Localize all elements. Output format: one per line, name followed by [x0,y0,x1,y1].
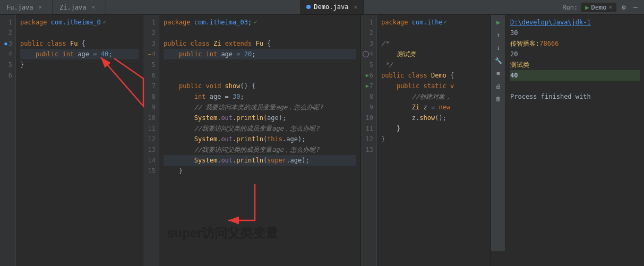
tab-fu[interactable]: Fu.java × [0,0,53,14]
run-wrench-icon[interactable]: 🔧 [493,55,504,66]
fu-code-content[interactable]: package com.itheima_0 ✓ public class Fu … [16,15,143,266]
run-label: Run: [562,4,578,11]
demo-class-name: Demo [431,70,446,81]
zi-ln-3: 3 [143,38,159,49]
fu-line-6 [20,70,139,81]
fu-ln-3: ●3 [0,38,15,49]
fu-ln-2: 2 [0,28,15,38]
demo-line-6: public class Demo { [381,70,486,81]
run-print-icon[interactable]: 🖨 [493,81,504,91]
zi-ln-6: 6 [143,70,159,81]
fu-editor-panel: 1 2 ●3 4 5 6 package com.itheima_0 ✓ [0,15,143,266]
run-out-20: 20 [510,50,518,58]
fu-ln-6: 6 [0,70,15,81]
zi-line-4: public int age = 20; [164,49,356,59]
run-down-icon[interactable]: ↓ [493,42,504,53]
run-tab-demo[interactable]: ▶ Demo × [581,3,616,12]
demo-line-5: */ [381,59,486,70]
demo-ln-2: 2 [361,28,376,38]
demo-line-8: //创建对象， [381,91,486,102]
zi-checkmark: ✓ [254,17,257,28]
zi-ln-12: 12 [143,134,159,144]
zi-ln-13: 13 [143,144,159,155]
main-layout: 1 2 ●3 4 5 6 package com.itheima_0 ✓ [0,15,644,266]
demo-ln-11: 11 [361,123,376,134]
tab-zi[interactable]: Zi.java × [53,0,106,14]
fu-code-area[interactable]: 1 2 ●3 4 5 6 package com.itheima_0 ✓ [0,15,143,266]
fu-line-numbers: 1 2 ●3 4 5 6 [0,15,16,266]
run-out-number: 78666 [539,40,559,47]
run-output-line-2: 30 [510,28,640,38]
zi-ln-4: ←4 [143,49,159,59]
minimize-icon[interactable]: — [631,3,640,12]
demo-line-numbers: 1 2 3 4 5 ▶6 ▶7 8 9 10 11 [361,15,377,266]
settings-icon[interactable]: ⚙ [620,3,628,12]
demo-tab-close[interactable]: × [354,4,357,11]
zi-line-3: public class Zi extends Fu { [164,38,356,49]
run-out-40: 40 [510,72,518,79]
demo-line-4: 测试类 [381,49,486,59]
demo-code-content[interactable]: package com.ithe ✓ /* 测试类 */ public [377,15,491,266]
demo-ln-7: ▶7 [361,81,376,91]
run-trash-icon[interactable]: 🗑 [493,93,504,104]
demo-code-area[interactable]: 1 2 3 4 5 ▶6 ▶7 8 9 10 11 [361,15,491,266]
fu-checkmark: ✓ [103,17,107,28]
zi-ln-10: 10 [143,113,159,123]
zi-line-5 [164,59,356,70]
run-tab-name: Demo [591,4,606,11]
zi-tab-close[interactable]: × [92,4,96,11]
demo-ln-8: 8 [361,91,376,102]
demo-editor-panel: 1 2 3 4 5 ▶6 ▶7 8 9 10 11 [361,15,491,266]
run-sidebar: ▶ ↑ ↓ 🔧 ≡ 🖨 🗑 [491,15,506,251]
demo-ln-9: 9 [361,102,376,113]
zi-line-10: System.out.println(age); [164,113,356,123]
run-panel: ▶ ↑ ↓ 🔧 ≡ 🖨 🗑 D:\develop\Java\jdk-1 30 [491,15,644,266]
fu-debug-marker: ● [4,38,7,49]
zi-ln-9: 9 [143,102,159,113]
run-output-line-6: 40 [510,70,640,81]
run-play-sidebar-icon[interactable]: ▶ [493,17,504,28]
zi-ln-7: 7 [143,81,159,91]
demo-tab-label: Demo.java [314,3,348,11]
run-output-line-7 [510,81,640,91]
run-tab-close[interactable]: × [608,4,612,11]
run-output-line-1: D:\develop\Java\jdk-1 [510,17,640,28]
run-path: D:\develop\Java\jdk-1 [510,19,591,26]
tab-bar: Fu.java × Zi.java × Demo.java × Run: ▶ D… [0,0,644,15]
run-up-icon[interactable]: ↑ [493,30,504,40]
demo-line-1: package com.ithe ✓ [381,17,486,28]
demo-line-2 [381,28,486,38]
zi-line-11: //我要访问父类的成员变量age，怎么办呢? [164,123,356,134]
zi-line-8: int age = 30; [164,91,356,102]
zi-line-2 [164,28,356,38]
demo-ln-3: 3 [361,38,376,49]
fu-tab-close[interactable]: × [39,4,42,11]
run-output-area: D:\develop\Java\jdk-1 30 传智播客:78666 20 测… [506,15,644,251]
zi-ln-5: 5 [143,59,159,70]
demo-run-7: ▶ [366,81,369,91]
fu-tab-label: Fu.java [6,4,33,11]
demo-checkmark: ✓ [444,17,448,28]
run-play-icon: ▶ [585,4,589,11]
demo-ln-10: 10 [361,113,376,123]
demo-ln-5: 5 [361,59,376,70]
zi-line-9: // 我要访问本类的成员变量age，怎么办呢? [164,102,356,113]
zi-ln-8: 8 [143,91,159,102]
zi-line-14: System.out.println(super.age); [164,155,356,166]
fu-ln-1: 1 [0,17,15,28]
super-annotation-text: super访问父类变量 [167,225,278,242]
run-output-line-4: 20 [510,49,640,59]
demo-run-6: ▶ [366,70,369,81]
run-panel-header: Run: ▶ Demo × ⚙ — [558,0,644,14]
demo-line-11: } [381,123,486,134]
run-list-icon[interactable]: ≡ [493,68,504,79]
zi-tab-label: Zi.java [59,4,87,11]
tab-demo[interactable]: Demo.java × [300,0,364,14]
zi-ln-15: 15 [143,166,159,176]
demo-line-13 [381,144,486,155]
zi-line-12: System.out.println(this.age); [164,134,356,144]
run-out-30: 30 [510,29,518,37]
fu-ln-5: 5 [0,59,15,70]
demo-line-7: public static v [381,81,486,91]
fu-ln-4: 4 [0,49,15,59]
